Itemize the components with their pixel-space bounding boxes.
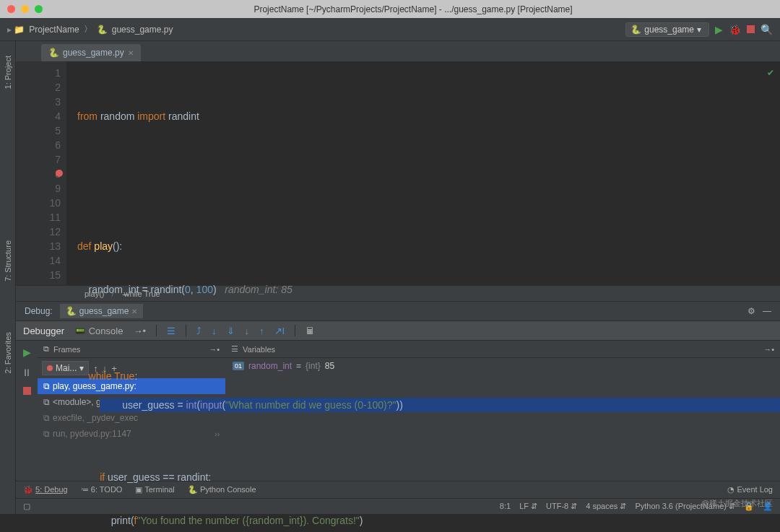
pause-icon[interactable]: ⏸ [22, 367, 32, 378]
bug-icon: 🐍 [630, 25, 641, 35]
checkmark-icon: ✔ [767, 66, 774, 80]
editor-tab[interactable]: 🐍 guess_game.py ✕ [41, 44, 141, 61]
gutter[interactable]: 123456789101112131415 [16, 61, 66, 285]
folder-icon: ▸ 📁 [7, 25, 25, 35]
current-line: user_guess = int(input("What number did … [100, 398, 780, 412]
frames-icon: ⧉ [43, 344, 49, 354]
maximize-window[interactable] [35, 5, 43, 13]
favorites-tool[interactable]: 2: Favorites [4, 332, 12, 373]
editor-tabs: 🐍 guess_game.py ✕ [16, 41, 780, 61]
breadcrumb[interactable]: ▸ 📁 ProjectName 〉 🐍 guess_game.py [7, 23, 173, 35]
run-button[interactable]: ▶ [715, 24, 723, 35]
close-icon[interactable]: ✕ [128, 49, 134, 57]
code-area[interactable]: ✔ from random import randint def play():… [66, 61, 780, 285]
debugger-tab[interactable]: Debugger [23, 326, 64, 336]
frame-icon: ⧉ [43, 429, 50, 439]
titlebar: ProjectName [~/PycharmProjects/ProjectNa… [0, 0, 780, 18]
debug-button[interactable]: 🐞 [729, 24, 741, 35]
python-icon: 🐍 [48, 48, 59, 58]
breadcrumb-project[interactable]: ProjectName [29, 25, 79, 35]
breakpoint-icon[interactable] [56, 170, 63, 177]
debug-label: Debug: [25, 306, 53, 316]
debug-tool[interactable]: 🐞 5: Debug [23, 485, 68, 494]
minimize-window[interactable] [21, 5, 29, 13]
structure-tool[interactable]: 7: Structure [4, 240, 12, 282]
left-rail: 1: Project 7: Structure 2: Favorites [0, 41, 16, 514]
stop-button[interactable] [747, 25, 755, 33]
thread-dot-icon [47, 365, 53, 371]
python-icon: 🐍 [97, 25, 108, 35]
code-editor[interactable]: 123456789101112131415 ✔ from random impo… [16, 61, 780, 285]
frame-icon: ⧉ [43, 413, 50, 423]
run-config-selector[interactable]: 🐍 guess_game ▾ [625, 22, 709, 37]
main-toolbar: ▸ 📁 ProjectName 〉 🐍 guess_game.py 🐍 gues… [0, 18, 780, 41]
watermark: @稀土掘金技术社区 [701, 498, 773, 509]
breadcrumb-file[interactable]: guess_game.py [112, 25, 173, 35]
debug-left-rail: ▶ ⏸ [16, 341, 38, 481]
frame-icon: ⧉ [43, 381, 50, 391]
frame-icon: ⧉ [43, 397, 50, 407]
window-title: ProjectName [~/PycharmProjects/ProjectNa… [53, 4, 773, 14]
msg-icon[interactable]: ▢ [23, 502, 30, 511]
project-tool[interactable]: 1: Project [4, 56, 12, 89]
search-icon[interactable]: 🔍 [760, 24, 773, 35]
resume-icon[interactable]: ▶ [23, 346, 31, 358]
chevron-down-icon: ▾ [697, 25, 701, 35]
stop-icon[interactable] [23, 387, 31, 395]
python-icon: 🐍 [66, 306, 77, 316]
close-window[interactable] [7, 5, 15, 13]
